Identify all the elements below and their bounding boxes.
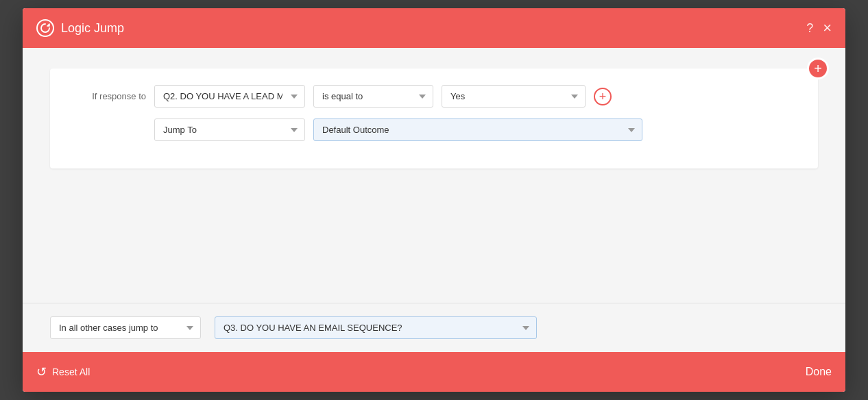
reset-icon: ↺ xyxy=(36,364,47,379)
close-icon[interactable]: × xyxy=(823,21,832,36)
logic-jump-modal: Logic Jump ? × If response to Q2. DO YOU… xyxy=(23,8,845,392)
response-select[interactable]: Q2. DO YOU HAVE A LEAD M/ xyxy=(154,85,305,108)
condition-card: If response to Q2. DO YOU HAVE A LEAD M/… xyxy=(50,68,818,168)
modal-footer: ↺ Reset All Done xyxy=(23,352,845,392)
jump-to-select[interactable]: Jump To xyxy=(154,118,305,141)
logic-jump-icon xyxy=(36,19,54,37)
footer-bar: In all other cases jump to Q3. DO YOU HA… xyxy=(23,303,845,352)
condition-select[interactable]: is equal to xyxy=(313,85,433,108)
other-cases-select[interactable]: In all other cases jump to xyxy=(50,316,201,339)
modal-header: Logic Jump ? × xyxy=(23,8,845,48)
header-left: Logic Jump xyxy=(36,19,124,37)
modal-title: Logic Jump xyxy=(61,21,124,36)
help-icon[interactable]: ? xyxy=(806,22,813,34)
modal-body: If response to Q2. DO YOU HAVE A LEAD M/… xyxy=(23,48,845,303)
if-response-label: If response to xyxy=(71,91,146,101)
reset-label: Reset All xyxy=(52,366,90,377)
condition-row-2: Jump To Default Outcome xyxy=(71,118,797,141)
condition-row-1: If response to Q2. DO YOU HAVE A LEAD M/… xyxy=(71,85,797,108)
add-condition-inline-btn[interactable]: + xyxy=(594,88,612,105)
header-right: ? × xyxy=(806,21,832,36)
destination-select[interactable]: Q3. DO YOU HAVE AN EMAIL SEQUENCE? xyxy=(215,316,537,339)
done-button[interactable]: Done xyxy=(806,366,832,378)
reset-all-button[interactable]: ↺ Reset All xyxy=(36,364,90,379)
add-condition-btn[interactable]: + xyxy=(807,58,829,79)
value-select[interactable]: Yes xyxy=(442,85,586,108)
outcome-select[interactable]: Default Outcome xyxy=(313,118,642,141)
